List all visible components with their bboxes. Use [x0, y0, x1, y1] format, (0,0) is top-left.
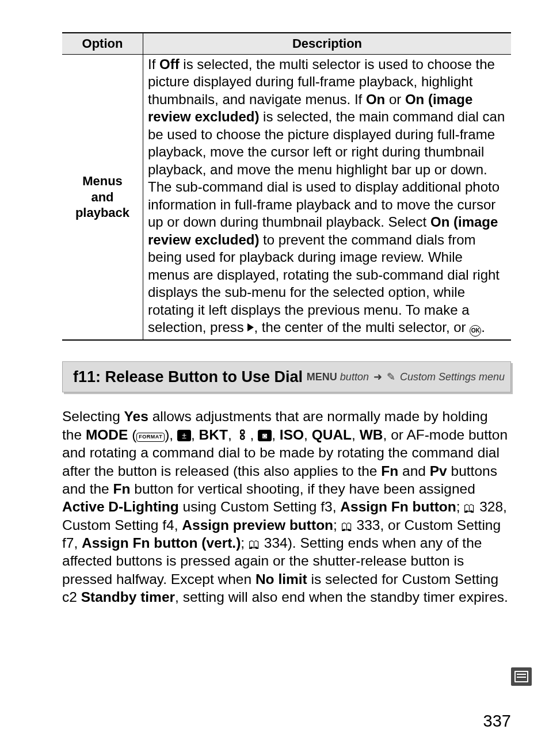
yes-bold: Yes: [124, 408, 148, 424]
desc-on: On: [366, 91, 385, 107]
comma: ,: [191, 427, 199, 442]
pv-label: Pv: [430, 463, 447, 479]
body-text: and: [398, 463, 430, 479]
fn-label: Fn: [113, 481, 131, 497]
page-number: 337: [483, 712, 511, 731]
book-icon: 🕮: [341, 520, 353, 534]
desc-text: If: [148, 56, 159, 72]
table-row: Menus and playback If Off is selected, t…: [62, 54, 511, 340]
desc-text: is selected, the main command dial can b…: [148, 109, 505, 230]
semi: ;: [456, 499, 464, 514]
section-breadcrumb: MENU button ➜ ✎ Custom Settings menu: [307, 371, 505, 383]
comma: ,: [228, 427, 236, 442]
semi: ;: [241, 535, 249, 551]
metering-icon: ◙: [258, 430, 272, 441]
description-cell: If Off is selected, the multi selector i…: [143, 54, 512, 340]
book-icon: 🕮: [464, 501, 475, 516]
option-description-table: Option Description Menus and playback If…: [62, 32, 511, 341]
flash-icon: ⯼: [236, 427, 250, 442]
custom-settings-tab-icon: [511, 667, 532, 686]
body-text: Selecting: [62, 408, 124, 424]
option-line1: Menus: [82, 174, 123, 188]
format-icon: FORMAT: [136, 433, 165, 442]
iso-label: ISO: [280, 427, 304, 442]
fn-label: Fn: [381, 463, 398, 479]
no-limit: No limit: [256, 571, 307, 587]
ok-icon: OK: [470, 325, 481, 337]
wb-label: WB: [360, 427, 383, 442]
comma: ,: [169, 427, 177, 442]
body-text: , setting will also end when the standby…: [175, 589, 508, 605]
assign-fn-button: Assign Fn button: [340, 499, 456, 514]
exposure-comp-icon: ±: [177, 430, 191, 441]
standby-timer: Standby timer: [81, 589, 175, 605]
qual-label: QUAL: [312, 427, 352, 442]
col-header-option: Option: [62, 33, 143, 54]
desc-text: or: [385, 91, 405, 107]
desc-text: .: [481, 319, 485, 335]
comma: ,: [304, 427, 312, 442]
assign-preview-button: Assign preview button: [182, 517, 333, 533]
body-paragraph: Selecting Yes allows adjustments that ar…: [62, 407, 511, 606]
desc-text: , the center of the multi selector, or: [254, 319, 470, 335]
custom-settings-label: Custom Settings menu: [400, 371, 505, 383]
button-word: button: [337, 371, 369, 383]
section-header-bar: f11: Release Button to Use Dial MENU but…: [62, 361, 511, 392]
desc-off: Off: [159, 56, 180, 72]
comma: ,: [272, 427, 280, 442]
pencil-icon: ✎: [387, 371, 395, 383]
arrow-icon: ➜: [373, 371, 382, 383]
right-triangle-icon: [247, 319, 254, 336]
body-text: button for vertical shooting, if they ha…: [131, 481, 475, 497]
option-line3: playback: [75, 205, 129, 220]
section-title: f11: Release Button to Use Dial: [73, 368, 303, 386]
book-icon: 🕮: [249, 537, 260, 552]
col-header-description: Description: [143, 33, 512, 54]
assign-fn-vert: Assign Fn button (vert.): [82, 535, 241, 551]
comma: ,: [352, 427, 360, 442]
active-d-lighting: Active D-Lighting: [62, 499, 179, 514]
option-line2: and: [91, 190, 113, 204]
comma: ,: [250, 427, 258, 442]
menu-label: MENU: [307, 371, 337, 383]
body-text: using Custom Setting f3,: [179, 499, 341, 514]
bkt-label: BKT: [199, 427, 228, 442]
option-cell: Menus and playback: [62, 54, 143, 340]
mode-button-label: MODE: [86, 427, 128, 442]
semi: ;: [333, 517, 341, 533]
